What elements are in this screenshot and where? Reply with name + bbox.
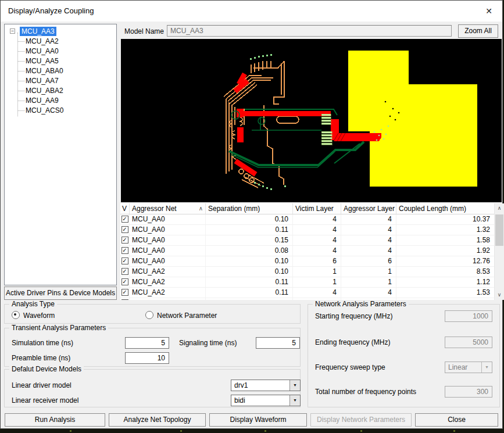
table-row[interactable]: ✓MCU_AA20.11111.12 <box>120 277 494 288</box>
checkbox-icon[interactable]: ✓ <box>121 278 128 285</box>
checkbox-icon[interactable]: ✓ <box>121 226 128 233</box>
receiver-model-dropdown[interactable]: bidi ▼ <box>231 395 301 406</box>
tree-branch-line <box>18 110 24 112</box>
driver-model-dropdown[interactable]: drv1 ▼ <box>231 380 301 391</box>
tree-item-mcu_aa0[interactable]: MCU_AA0 <box>5 46 116 56</box>
scrollbar-thumb[interactable] <box>495 214 503 246</box>
header-coupled-length[interactable]: Coupled Length (mm) <box>396 203 494 214</box>
network-field-input: 1000 <box>445 310 492 322</box>
tree-item-mcu_aba0[interactable]: MCU_ABA0 <box>5 66 116 76</box>
radio-network-parameter-label: Network Parameter <box>157 312 217 320</box>
radio-waveform-icon[interactable] <box>12 311 20 319</box>
tree-item-mcu_aa2[interactable]: MCU_AA2 <box>5 37 116 46</box>
checkbox-icon[interactable]: ✓ <box>121 289 128 296</box>
tree-item-label: MCU_AA7 <box>26 77 59 85</box>
tree-branch-line <box>18 91 24 92</box>
scroll-up-icon[interactable]: ∧ <box>495 203 504 213</box>
table-row[interactable]: ✓MCU_AA00.11441.32 <box>120 225 494 235</box>
analyze-net-topology-button[interactable]: Analyze Net Topology <box>109 413 206 427</box>
active-driver-pins-button[interactable]: Active Driver Pins & Device Models <box>4 287 117 300</box>
row-checkbox-cell[interactable]: ✓ <box>120 277 130 287</box>
chevron-down-icon[interactable]: ▼ <box>289 380 300 391</box>
row-cell: 8.53 <box>396 267 494 277</box>
sort-asc-icon: ∧ <box>199 205 203 212</box>
signaling-time-input[interactable]: 5 <box>256 337 300 349</box>
radio-network-parameter-icon[interactable] <box>145 311 153 319</box>
table-row[interactable]: ✓MCU_AA00.106612.76 <box>120 256 494 267</box>
table-row-partial[interactable]: ✓ <box>120 298 494 300</box>
row-checkbox-cell[interactable]: ✓ <box>120 225 130 235</box>
close-button[interactable]: Close <box>415 413 498 427</box>
network-parameters-group: Network Analysis Parameters Starting fre… <box>308 304 500 407</box>
table-row[interactable]: ✓MCU_AA20.11441.53 <box>120 288 494 298</box>
header-v[interactable]: V <box>120 203 130 214</box>
model-name-field[interactable]: MCU_AA3 <box>167 25 452 37</box>
row-cell: 4 <box>341 288 396 298</box>
tree-item-label: MCU_AA2 <box>26 37 59 45</box>
row-checkbox-cell[interactable]: ✓ <box>120 246 130 256</box>
header-aggressor-layer[interactable]: Aggressor Layer <box>341 203 396 214</box>
row-cell: MCU_AA0 <box>130 225 206 235</box>
tree-item-mcu_aa9[interactable]: MCU_AA9 <box>5 96 116 106</box>
tree-branch-line <box>18 61 24 62</box>
row-cell: 0.10 <box>206 267 293 277</box>
checkbox-icon[interactable]: ✓ <box>121 247 128 254</box>
row-cell: 0.11 <box>206 288 293 298</box>
pcb-layout-canvas[interactable] <box>121 39 502 202</box>
preamble-time-label: Preamble time (ns) <box>12 354 70 362</box>
radio-waveform-label: Waveform <box>23 312 55 320</box>
tree-item-mcu_aa7[interactable]: MCU_AA7 <box>5 76 116 86</box>
row-cell: 0.11 <box>206 225 293 235</box>
titlebar: Display/Analyze Coupling ✕ <box>1 1 502 22</box>
tree-collapse-icon[interactable]: − <box>10 28 15 34</box>
row-checkbox-cell[interactable]: ✓ <box>120 267 130 277</box>
chevron-down-icon: ▼ <box>481 362 492 373</box>
row-checkbox-cell[interactable]: ✓ <box>120 235 130 245</box>
row-cell <box>130 298 206 300</box>
zoom-all-button[interactable]: Zoom All <box>458 24 498 38</box>
radio-waveform[interactable]: Waveform <box>12 311 55 319</box>
net-tree[interactable]: − MCU_AA3 MCU_AA2MCU_AA0MCU_AA5MCU_ABA0M… <box>4 24 117 285</box>
scroll-down-icon[interactable]: ∨ <box>495 290 504 300</box>
pcb-layout-drawing <box>121 39 502 202</box>
table-row[interactable]: ✓MCU_AA00.104410.37 <box>120 214 494 225</box>
transient-parameters-group: Transient Analysis Parameters Simulation… <box>4 328 301 367</box>
checkbox-icon[interactable]: ✓ <box>121 257 128 264</box>
row-cell: 0.15 <box>206 235 293 245</box>
row-cell: 1.58 <box>396 235 494 245</box>
table-scrollbar[interactable]: ∧ ∨ <box>494 203 504 300</box>
chevron-down-icon[interactable]: ▼ <box>289 395 300 406</box>
row-checkbox-cell[interactable]: ✓ <box>120 256 130 266</box>
checkbox-icon[interactable]: ✓ <box>121 237 128 244</box>
analysis-type-title: Analysis Type <box>9 300 57 308</box>
tree-root-label[interactable]: MCU_AA3 <box>20 27 56 36</box>
header-separation[interactable]: Separation (mm) <box>206 203 293 214</box>
row-cell: MCU_AA0 <box>130 246 206 256</box>
simulation-time-input[interactable]: 5 <box>125 337 169 349</box>
tree-item-mcu_aa5[interactable]: MCU_AA5 <box>5 56 116 66</box>
table-row[interactable]: ✓MCU_AA20.10118.53 <box>120 267 494 277</box>
row-checkbox-cell[interactable]: ✓ <box>120 214 130 224</box>
row-checkbox-cell[interactable]: ✓ <box>120 298 130 300</box>
row-cell: 1 <box>341 267 396 277</box>
header-aggressor-net[interactable]: Aggressor Net ∧ <box>130 203 206 214</box>
row-checkbox-cell[interactable]: ✓ <box>120 288 130 298</box>
tree-item-mcu_aba2[interactable]: MCU_ABA2 <box>5 86 116 96</box>
table-row[interactable]: ✓MCU_AA00.15441.58 <box>120 235 494 246</box>
network-field-label: Starting frequency (MHz) <box>315 312 392 320</box>
radio-network-parameter[interactable]: Network Parameter <box>145 311 217 319</box>
display-waveform-button[interactable]: Display Waveform <box>209 413 307 427</box>
signaling-time-label: Signaling time (ns) <box>179 339 237 347</box>
row-cell: MCU_AA2 <box>130 288 206 298</box>
run-analysis-button[interactable]: Run Analysis <box>5 413 105 427</box>
preamble-time-input[interactable]: 10 <box>125 352 169 364</box>
checkbox-icon[interactable]: ✓ <box>121 216 128 223</box>
row-cell: 4 <box>341 246 396 256</box>
checkbox-icon[interactable]: ✓ <box>121 299 128 300</box>
row-cell: 4 <box>293 235 341 245</box>
checkbox-icon[interactable]: ✓ <box>121 268 128 275</box>
table-row[interactable]: ✓MCU_AA00.08441.92 <box>120 246 494 256</box>
header-victim-layer[interactable]: Victim Layer <box>293 203 341 214</box>
tree-item-mcu_acs0[interactable]: MCU_ACS0 <box>5 106 116 116</box>
close-icon[interactable]: ✕ <box>481 3 496 19</box>
